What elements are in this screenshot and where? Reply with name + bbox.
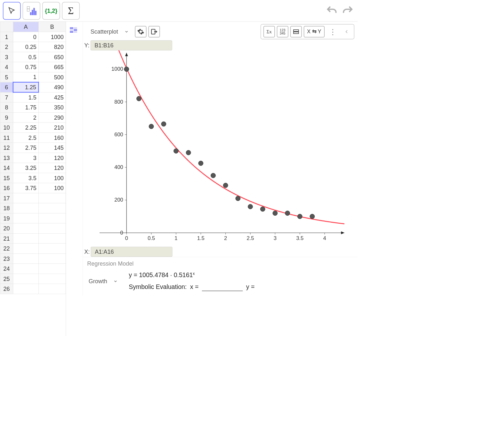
chart-settings-button[interactable]	[135, 26, 146, 37]
chart-area[interactable]: 00.511.522.533.5402004006008001000	[83, 51, 358, 248]
cell[interactable]	[38, 253, 66, 264]
cell[interactable]: 1.5	[13, 92, 38, 102]
cell[interactable]	[13, 284, 38, 294]
cell[interactable]: 3.25	[13, 163, 38, 173]
row-header[interactable]: 13	[0, 153, 13, 163]
show-data-button[interactable]: 123345	[277, 26, 288, 37]
cell[interactable]	[38, 284, 66, 294]
sum-stats-button[interactable]: Σx	[263, 26, 275, 37]
cell[interactable]: 2.75	[13, 143, 38, 153]
chart-type-dropdown[interactable]: Scatterplot	[86, 27, 133, 37]
cell[interactable]	[38, 274, 66, 284]
cell[interactable]	[13, 213, 38, 223]
row-header[interactable]: 18	[0, 203, 13, 213]
row-header[interactable]: 23	[0, 253, 13, 264]
data-view-button[interactable]	[68, 24, 81, 37]
cell[interactable]	[13, 223, 38, 234]
row-header[interactable]: 4	[0, 62, 13, 72]
row-header[interactable]: 26	[0, 284, 13, 294]
cell[interactable]: 820	[38, 42, 66, 52]
cell[interactable]: 0.5	[13, 52, 38, 62]
export-button[interactable]	[148, 26, 160, 37]
row-header[interactable]: 16	[0, 183, 13, 193]
cell[interactable]: 0.75	[13, 62, 38, 72]
x-range-chip[interactable]: A1:A16	[91, 247, 173, 257]
cell[interactable]	[38, 213, 66, 223]
cell[interactable]	[13, 253, 38, 264]
cell[interactable]: 120	[38, 153, 66, 163]
cell[interactable]	[38, 233, 66, 244]
cell[interactable]	[38, 193, 66, 203]
row-header[interactable]: 21	[0, 233, 13, 244]
cell[interactable]: 1	[13, 72, 38, 82]
row-header[interactable]: 2	[0, 42, 13, 52]
cell[interactable]: 120	[38, 163, 66, 173]
cell[interactable]: 650	[38, 52, 66, 62]
row-header[interactable]: 14	[0, 163, 13, 173]
cell[interactable]: 1000	[38, 32, 66, 42]
cell[interactable]: 145	[38, 143, 66, 153]
cell[interactable]: 1.75	[13, 102, 38, 113]
row-header[interactable]: 8	[0, 102, 13, 113]
row-header[interactable]: 15	[0, 173, 13, 183]
list-tool-button[interactable]: {1,2}	[42, 2, 60, 20]
cell[interactable]: 665	[38, 62, 66, 72]
one-var-analysis-button[interactable]	[23, 2, 41, 20]
row-header[interactable]: 7	[0, 92, 13, 102]
cell[interactable]: 3.5	[13, 173, 38, 183]
cell[interactable]	[13, 274, 38, 284]
row-header[interactable]: 3	[0, 52, 13, 62]
cell[interactable]: 2	[13, 112, 38, 123]
row-header[interactable]: 9	[0, 112, 13, 123]
col-header-B[interactable]: B	[38, 22, 66, 32]
cell[interactable]: 2.5	[13, 132, 38, 143]
cell[interactable]: 290	[38, 112, 66, 123]
pointer-tool-button[interactable]	[3, 2, 21, 20]
row-header[interactable]: 20	[0, 223, 13, 234]
cell[interactable]: 425	[38, 92, 66, 102]
cell[interactable]: 1.25	[13, 82, 38, 92]
cell[interactable]	[13, 244, 38, 254]
cell[interactable]: 210	[38, 123, 66, 133]
row-header[interactable]: 22	[0, 244, 13, 254]
swap-xy-button[interactable]: X ⇆ Y	[304, 26, 325, 37]
row-header[interactable]: 19	[0, 213, 13, 223]
row-header[interactable]: 6	[0, 82, 13, 92]
row-header[interactable]: 1	[0, 32, 13, 42]
cell[interactable]: 0	[13, 32, 38, 42]
collapse-panel-button[interactable]	[342, 27, 352, 36]
redo-button[interactable]	[341, 4, 355, 18]
row-header[interactable]: 11	[0, 132, 13, 143]
row-header[interactable]: 24	[0, 264, 13, 274]
y-range-chip[interactable]: B1:B16	[91, 40, 172, 51]
cell[interactable]	[38, 223, 66, 234]
spreadsheet[interactable]: AB10100020.2582030.565040.756655150061.2…	[0, 22, 66, 336]
cell[interactable]	[13, 203, 38, 213]
row-header[interactable]: 12	[0, 143, 13, 153]
cell[interactable]	[13, 264, 38, 274]
row-header[interactable]: 25	[0, 274, 13, 284]
row-header[interactable]: 17	[0, 193, 13, 203]
cell[interactable]: 0.25	[13, 42, 38, 52]
cell[interactable]: 490	[38, 82, 66, 92]
more-menu-button[interactable]: ⋮	[327, 28, 339, 36]
row-header[interactable]: 10	[0, 123, 13, 133]
cell[interactable]	[38, 203, 66, 213]
row-header[interactable]: 5	[0, 72, 13, 82]
cell[interactable]: 2.25	[13, 123, 38, 133]
undo-button[interactable]	[325, 4, 339, 18]
eval-x-input[interactable]	[202, 284, 243, 291]
sigma-tool-button[interactable]: Σ	[62, 2, 80, 20]
cell[interactable]: 350	[38, 102, 66, 113]
cell[interactable]: 160	[38, 132, 66, 143]
col-header-A[interactable]: A	[13, 22, 38, 32]
cell[interactable]	[13, 193, 38, 203]
regression-model-dropdown[interactable]: Growth	[87, 276, 122, 287]
cell[interactable]	[38, 264, 66, 274]
cell[interactable]	[13, 233, 38, 244]
cell[interactable]: 100	[38, 183, 66, 193]
cell[interactable]	[38, 244, 66, 254]
cell[interactable]: 3.75	[13, 183, 38, 193]
layout-button[interactable]	[290, 26, 302, 37]
cell[interactable]: 100	[38, 173, 66, 183]
